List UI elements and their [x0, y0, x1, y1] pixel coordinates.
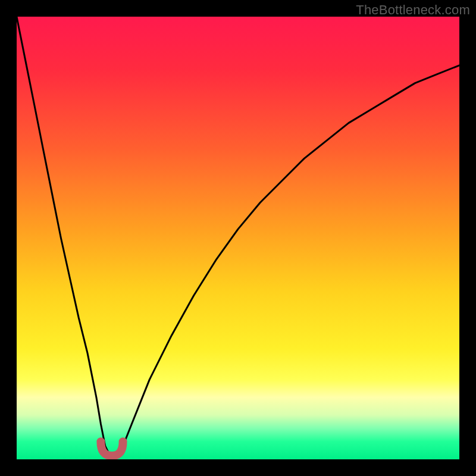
- bottleneck-curve: [17, 17, 459, 459]
- plot-area: [17, 17, 459, 459]
- chart-svg: [17, 17, 459, 459]
- chart-frame: TheBottleneck.com: [0, 0, 476, 476]
- minimum-marker: [101, 441, 123, 456]
- watermark-text: TheBottleneck.com: [356, 2, 470, 18]
